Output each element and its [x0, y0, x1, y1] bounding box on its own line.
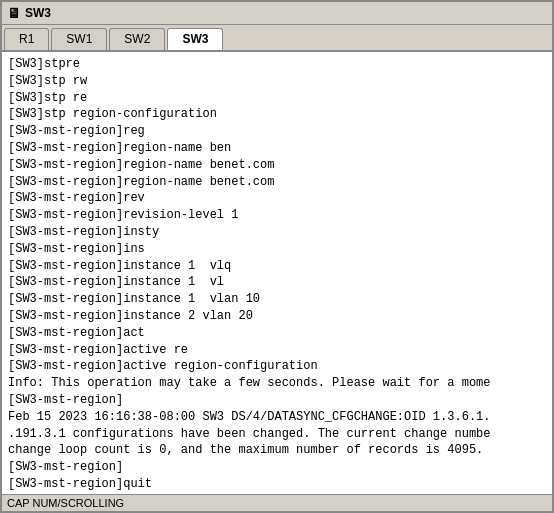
status-text: CAP NUM/SCROLLING: [7, 497, 124, 509]
window-title: SW3: [25, 6, 51, 20]
tab-sw2[interactable]: SW2: [109, 28, 165, 50]
status-bar: CAP NUM/SCROLLING: [2, 494, 552, 511]
tab-sw3[interactable]: SW3: [167, 28, 223, 50]
terminal-area[interactable]: [SW3]stpre [SW3]stp rw [SW3]stp re [SW3]…: [2, 52, 552, 494]
window-icon: 🖥: [7, 5, 21, 21]
main-window: 🖥 SW3 R1 SW1 SW2 SW3 [SW3]stpre [SW3]stp…: [0, 0, 554, 513]
tab-r1[interactable]: R1: [4, 28, 49, 50]
title-bar: 🖥 SW3: [2, 2, 552, 25]
terminal-content: [SW3]stpre [SW3]stp rw [SW3]stp re [SW3]…: [8, 56, 546, 494]
tab-bar: R1 SW1 SW2 SW3: [2, 25, 552, 52]
tab-sw1[interactable]: SW1: [51, 28, 107, 50]
